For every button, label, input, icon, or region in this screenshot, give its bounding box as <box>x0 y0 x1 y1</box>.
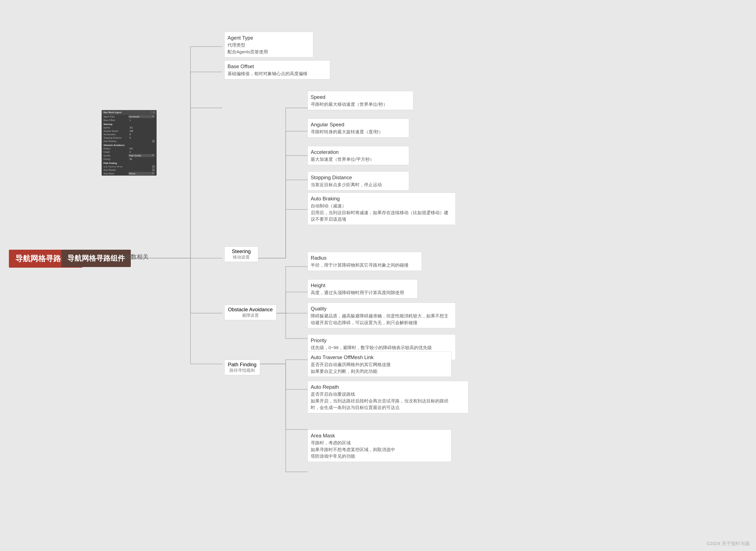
inspector-title: Nav Mesh Agent <box>103 111 121 114</box>
inspector-stopping-dist-row: Stopping Distance 0 <box>102 136 156 139</box>
param-label: 参数相关 <box>125 253 148 261</box>
category-steering: Steering 移动设置 <box>224 246 258 262</box>
info-agent-type: Agent Type 代理类型配合Agents页签使用 <box>224 32 313 57</box>
info-quality: Quality 障碍躲避品质，越高躲避障碍越准确，但是性能消耗较大，如果不想主动… <box>308 303 456 328</box>
info-auto-traverse: Auto Traverse OffMesh Link 是否开启自动遍历网格外的其… <box>308 351 451 377</box>
inspector-header: Nav Mesh Agent ? ☰ <box>102 110 156 115</box>
inspector-agent-type-value[interactable]: Humanoid <box>128 115 155 118</box>
mind-map: 导航网格寻路组件 导航网格寻路组件 参数相关 Nav Mesh Agent ? … <box>0 0 756 551</box>
inspector-base-offset-row: Base Offset 1 <box>102 118 156 122</box>
connectors-svg <box>0 0 756 551</box>
inspector-acceleration-row: Acceleration 8 <box>102 133 156 136</box>
inspector-quality-row: Quality High Quality <box>102 154 156 157</box>
info-base-offset: Base Offset 基础偏移值，相对对象轴心点的高度偏移 <box>224 60 330 79</box>
second-label: 导航网格寻路组件 <box>67 254 125 262</box>
inspector-area-mask-value[interactable]: Mixed... <box>128 172 155 175</box>
inspector-auto-repath-row: Auto Repath ✓ <box>102 168 156 172</box>
inspector-radius-row: Radius 0.5 <box>102 147 156 150</box>
category-pathfinding: Path Finding 路径寻找规则 <box>224 360 260 375</box>
inspector-pathfinding-header: Path Finding <box>102 161 156 165</box>
inspector-obstacle-header: Obstacle Avoidance <box>102 143 156 147</box>
inspector-area-mask-row: Area Mask Mixed... <box>102 172 156 175</box>
inspector-agent-type-row: Agent Type Humanoid <box>102 115 156 118</box>
inspector-speed-row: Speed 3.5 <box>102 126 156 129</box>
inspector-height-row: Height 2 <box>102 150 156 154</box>
info-auto-repath: Auto Repath 是否开启自动重设路线如果开启，当到达路径后段时会再次尝试… <box>308 381 468 413</box>
inspector-priority-row: Priority 50 <box>102 157 156 161</box>
info-speed: Speed 寻路时的最大移动速度（世界单位/秒） <box>308 91 413 110</box>
second-node: 导航网格寻路组件 <box>61 250 131 267</box>
inspector-quality-value[interactable]: High Quality <box>128 154 155 157</box>
info-angular-speed: Angular Speed 寻路时转身的最大旋转速度（度/秒） <box>308 118 409 137</box>
info-area-mask: Area Mask 寻路时，考虑的区域如果寻路时不想考虑某些区域，则取消选中塔防… <box>308 430 451 462</box>
inspector-angular-speed-row: Angular Speed 120 <box>102 129 156 133</box>
info-radius: Radius 半径，用于计算障碍物和其它寻路对象之间的碰撞 <box>308 252 422 271</box>
inspector-auto-traverse-row: Auto Traverse Off Me ✓ <box>102 165 156 168</box>
category-obstacle: Obstacle Avoidance 避障设置 <box>224 305 276 320</box>
inspector-auto-braking-row: Auto Braking ✓ <box>102 139 156 143</box>
inspector-steering-header: Steering <box>102 122 156 126</box>
info-acceleration: Acceleration 最大加速度（世界单位/平方秒） <box>308 146 409 165</box>
watermark: ©2024 关于指针与题 <box>707 540 750 547</box>
inspector-agent-type-label: Agent Type <box>103 115 128 118</box>
info-stopping-distance: Stopping Distance 当靠近目标点多少距离时，停止运动 <box>308 171 409 190</box>
inspector-base-offset-label: Base Offset <box>103 119 129 121</box>
inspector-panel[interactable]: Nav Mesh Agent ? ☰ Agent Type Humanoid B… <box>102 110 156 176</box>
info-auto-braking: Auto Braking 自动制动（减速）启用后，当到达目标时将减速，如果存在连… <box>308 192 456 225</box>
inspector-base-offset-value: 1 <box>129 119 155 121</box>
inspector-icons: ? ☰ <box>151 111 155 114</box>
info-height: Height 高度，通过头顶障碍物时用于计算高度间隙使用 <box>308 279 418 299</box>
